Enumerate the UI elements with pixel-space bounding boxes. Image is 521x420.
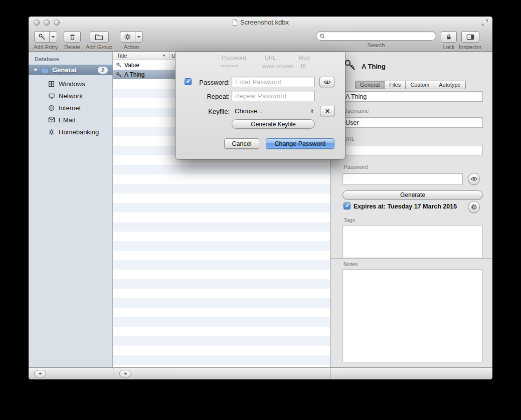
add-entry-label: Add Entry <box>34 44 58 50</box>
add-group-item: Add Group <box>86 31 112 50</box>
popup-arrows-icon[interactable]: ▲▼ <box>309 106 315 116</box>
new-password-input[interactable] <box>232 77 315 87</box>
add-group-plus-button[interactable]: + <box>34 370 46 377</box>
eye-icon <box>470 176 478 181</box>
search-label: Search <box>368 42 385 48</box>
key-icon <box>116 62 122 68</box>
add-entry-item: Add Entry <box>34 31 58 50</box>
key-icon <box>116 72 122 78</box>
password-enabled-checkbox[interactable] <box>185 78 192 85</box>
change-password-sheet: Password URL Mod •••••••• www.url.com 15… <box>176 52 345 159</box>
sidebar-item-network[interactable]: Network <box>29 90 113 102</box>
disclosure-triangle-icon[interactable] <box>34 69 38 71</box>
dimmed-password-dots: •••••••• <box>221 63 239 69</box>
url-field[interactable] <box>342 145 483 155</box>
lock-button[interactable] <box>441 31 457 43</box>
search-input[interactable] <box>327 33 433 40</box>
sidebar-group-general[interactable]: General 2 <box>29 65 113 75</box>
delete-button[interactable] <box>64 31 81 43</box>
tags-label: Tags <box>343 217 355 223</box>
add-entry-button[interactable] <box>34 31 57 43</box>
sidebar-item-windows[interactable]: Windows <box>29 78 113 90</box>
notes-field[interactable] <box>342 269 483 362</box>
column-header-title[interactable]: Title <box>113 52 169 60</box>
tab-custom[interactable]: Custom <box>406 81 434 89</box>
sidebar-item-label: Internet <box>59 104 81 112</box>
entry-key-icon <box>343 59 357 72</box>
lock-label: Lock <box>443 44 454 50</box>
chevron-down-icon <box>52 36 55 38</box>
expires-settings-button[interactable] <box>468 201 480 213</box>
inspector-button[interactable] <box>461 31 479 43</box>
search-icon <box>319 33 325 39</box>
document-icon <box>232 19 238 26</box>
sidebar-item-homebanking[interactable]: Homebanking <box>29 126 113 138</box>
search-item: Search <box>315 31 437 48</box>
tab-general[interactable]: General <box>356 81 385 89</box>
dimmed-url-header: URL <box>265 55 276 61</box>
repeat-password-input[interactable] <box>232 91 315 101</box>
entry-title: Value <box>124 62 168 69</box>
cancel-button[interactable]: Cancel <box>224 138 259 149</box>
tab-files[interactable]: Files <box>385 81 406 89</box>
dimmed-modified-value: 15 <box>300 63 306 69</box>
trash-icon <box>69 33 76 41</box>
sidebar: Database General 2 Windows Network <box>29 52 113 367</box>
inspector-panel: A Thing General Files Custom Autotype Us… <box>330 52 492 367</box>
column-title-label: Title <box>117 53 127 59</box>
password-label: Password <box>343 164 368 170</box>
fullscreen-icon[interactable] <box>481 19 488 26</box>
app-window: Screenshot.kdbx Add Entry Delete <box>29 17 492 379</box>
chevron-down-icon <box>137 36 140 38</box>
tags-field[interactable] <box>342 225 483 258</box>
generate-password-button[interactable]: Generate <box>342 190 483 199</box>
username-label: Username <box>343 108 369 114</box>
add-group-button[interactable] <box>90 31 109 43</box>
search-field[interactable] <box>316 31 436 41</box>
entry-count-badge: 2 <box>98 67 108 74</box>
action-dropdown[interactable] <box>135 32 142 42</box>
dimmed-url-value: www.url.com <box>262 63 293 69</box>
title-field[interactable] <box>342 91 483 102</box>
bottom-bar: + + <box>29 367 492 379</box>
delete-item: Delete <box>64 31 81 50</box>
sheet-reveal-password-button[interactable] <box>319 77 334 87</box>
sidebar-section-header: Database <box>35 56 59 62</box>
reveal-password-button[interactable] <box>468 173 480 185</box>
keyfile-popup[interactable]: Choose... <box>235 107 263 115</box>
dimmed-modified-header: Mod <box>299 55 309 61</box>
sidebar-item-internet[interactable]: Internet <box>29 102 113 114</box>
sidebar-item-label: EMail <box>59 116 75 124</box>
sheet-repeat-label: Repeat: <box>194 93 230 100</box>
inspector-tabs: General Files Custom Autotype <box>355 81 466 89</box>
add-group-label: Add Group <box>86 44 112 50</box>
sidebar-item-label: Homebanking <box>59 128 99 136</box>
inspector-entry-title: A Thing <box>362 63 386 70</box>
password-field[interactable] <box>342 173 463 184</box>
action-item: Action <box>120 31 143 50</box>
gear-icon <box>121 32 135 42</box>
sidebar-item-email[interactable]: EMail <box>29 114 113 126</box>
expires-checkbox[interactable] <box>343 202 351 209</box>
toolbar: Add Entry Delete Add Group <box>29 29 492 52</box>
delete-label: Delete <box>64 44 80 50</box>
sort-arrow-icon <box>162 55 165 57</box>
sheet-keyfile-label: Keyfile: <box>194 108 230 115</box>
generate-keyfile-button[interactable]: Generate Keyfile <box>232 119 315 129</box>
action-button[interactable] <box>120 31 143 43</box>
sheet-password-label: Password: <box>194 79 230 86</box>
sidebar-item-label: Network <box>59 92 83 100</box>
change-password-button[interactable]: Change Password <box>266 138 334 149</box>
expires-label: Expires at: Tuesday 17 March 2015 <box>354 203 457 210</box>
username-field[interactable] <box>342 117 483 128</box>
bottom-bar-divider <box>330 368 330 379</box>
tab-autotype[interactable]: Autotype <box>434 81 465 89</box>
folder-icon <box>95 34 103 41</box>
clear-keyfile-button[interactable]: ✕ <box>320 106 335 116</box>
add-entry-dropdown[interactable] <box>49 32 57 42</box>
url-label: URL <box>343 136 355 142</box>
internet-icon <box>48 105 55 111</box>
add-entry-plus-button[interactable]: + <box>119 370 131 377</box>
folder-icon <box>41 67 49 73</box>
titlebar[interactable]: Screenshot.kdbx <box>29 17 492 29</box>
